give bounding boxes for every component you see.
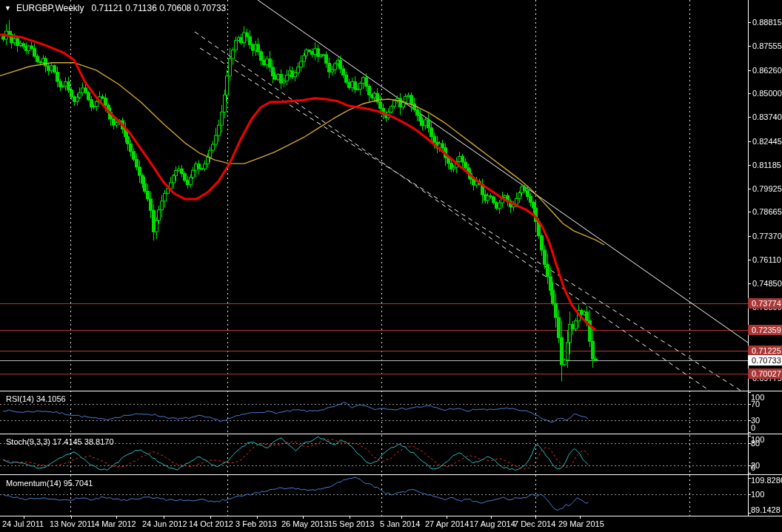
date-axis-label: 15 Sep 2013 [328, 519, 374, 528]
indicator-axis-label: 109.8286 [751, 476, 782, 485]
price-axis-tick-label: 0.74850 [752, 279, 782, 289]
rsi-indicator-label: RSI(14) 34.1056 [6, 394, 66, 403]
stoch-indicator-label: Stoch(9,3,3) 17.4145 38.8170 [6, 437, 114, 446]
chevron-down-icon[interactable]: ▼ [4, 4, 11, 12]
indicator-axis-label: 0 [751, 463, 755, 472]
symbol-title: ▼EURGBP,Weekly0.71121 0.71136 0.70608 0.… [4, 3, 226, 13]
price-level-label: 0.71225 [748, 346, 782, 356]
chart-canvas[interactable] [0, 0, 782, 532]
chart-window: ▼EURGBP,Weekly0.71121 0.71136 0.70608 0.… [0, 0, 782, 532]
date-axis-label: 29 Mar 2015 [558, 519, 604, 528]
price-axis-tick-label: 0.87555 [752, 41, 782, 51]
indicator-axis-label: 80 [751, 439, 760, 448]
date-axis-label: 14 Oct 2012 [189, 519, 233, 528]
price-axis-tick-label: 0.86260 [752, 66, 782, 75]
indicator-axis-label: 89.1428 [751, 505, 781, 514]
date-axis-label: 3 Feb 2013 [235, 519, 277, 528]
date-axis-label: 17 Aug 2014 [469, 519, 515, 528]
indicator-axis-label: 70 [751, 400, 760, 408]
symbol-period-label: EURGBP,Weekly [16, 3, 84, 13]
price-axis-tick-label: 0.76110 [752, 255, 781, 265]
date-axis-label: 27 Apr 2014 [425, 519, 469, 528]
indicator-axis-label: 100 [751, 490, 764, 499]
price-axis-tick-label: 0.78665 [752, 207, 782, 217]
date-axis-label: 24 Jun 2012 [142, 519, 187, 528]
indicator-axis-label: 0 [751, 423, 755, 432]
momentum-indicator-label: Momentum(14) 95.7041 [6, 479, 93, 488]
price-axis-tick-label: 0.85000 [752, 89, 782, 98]
date-axis-label: 26 May 2013 [281, 519, 329, 528]
date-axis-label: 13 Nov 2011 [50, 519, 96, 528]
price-level-label: 0.73774 [748, 298, 782, 309]
price-axis-tick-label: 0.79925 [752, 184, 782, 194]
date-axis-label: 7 Dec 2014 [514, 519, 555, 528]
date-axis-label: 4 Mar 2012 [95, 519, 136, 528]
current-price-label: 0.70733 [748, 355, 782, 366]
price-axis-tick-label: 0.81185 [752, 161, 781, 170]
price-level-label: 0.72359 [748, 325, 782, 335]
price-axis-tick-label: 0.88815 [752, 18, 782, 27]
date-axis-label: 5 Jan 2014 [380, 519, 420, 528]
price-axis-tick-label: 0.82445 [752, 137, 782, 147]
price-level-label: 0.70027 [748, 368, 782, 379]
date-axis-label: 24 Jul 2011 [2, 519, 44, 528]
ohlc-values: 0.71121 0.71136 0.70608 0.70733 [92, 3, 227, 13]
price-axis-tick-label: 0.77370 [752, 232, 782, 241]
price-axis-tick-label: 0.83740 [752, 112, 782, 122]
